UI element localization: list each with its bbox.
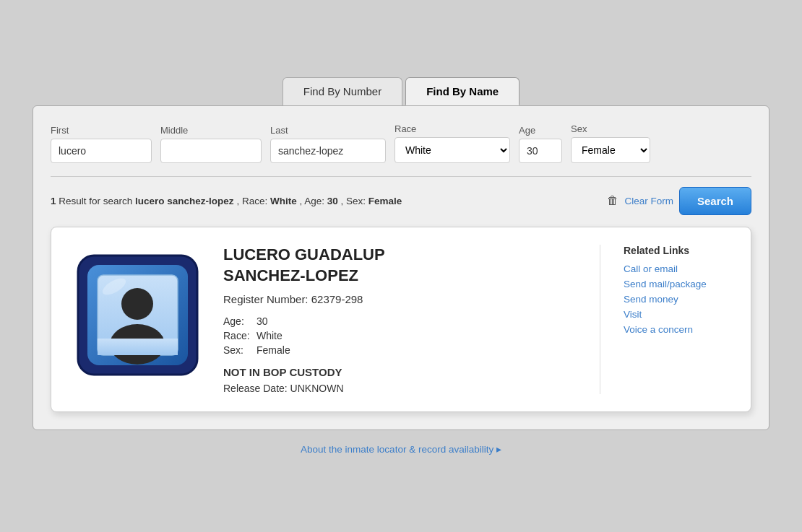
race-label: Race: [394, 123, 510, 134]
race-row: Race: White: [223, 330, 582, 341]
last-label: Last: [270, 125, 386, 136]
middle-field-group: Middle: [160, 125, 262, 163]
middle-input[interactable]: [160, 139, 262, 163]
related-link-send-money[interactable]: Send money: [624, 294, 733, 305]
related-links-title: Related Links: [624, 245, 733, 256]
sex-select[interactable]: Female Male Unknown: [571, 137, 650, 163]
related-link-visit[interactable]: Visit: [624, 309, 733, 320]
clear-form-button[interactable]: Clear Form: [624, 196, 673, 206]
last-field-group: Last: [270, 125, 386, 163]
main-panel: First Middle Last Race White Black Hispa…: [33, 105, 769, 430]
avatar-icon: [74, 252, 201, 378]
result-age-label: , Age:: [299, 196, 327, 206]
result-bar: 1 Result for search lucero sanchez-lopez…: [51, 187, 751, 215]
race-field-group: Race White Black Hispanic Asian American…: [394, 123, 510, 163]
trash-icon[interactable]: 🗑: [607, 194, 618, 207]
related-link-send-mail[interactable]: Send mail/package: [624, 279, 733, 289]
related-links-panel: Related Links Call or email Send mail/pa…: [618, 245, 733, 394]
result-race: White: [270, 196, 297, 206]
result-prefix: Result for search: [59, 196, 135, 206]
sex-label: Sex: [571, 123, 650, 134]
first-input[interactable]: [51, 139, 152, 163]
tab-find-by-number[interactable]: Find By Number: [283, 77, 402, 105]
tab-bar: Find By Number Find By Name: [33, 77, 769, 105]
last-input[interactable]: [270, 139, 386, 163]
footer-link[interactable]: About the inmate locator & record availa…: [301, 444, 501, 455]
related-link-voice-concern[interactable]: Voice a concern: [624, 324, 733, 335]
related-link-call-email[interactable]: Call or email: [624, 263, 733, 274]
svg-rect-5: [98, 339, 178, 355]
release-date: Release Date: UNKNOWN: [223, 383, 582, 394]
app-container: Find By Number Find By Name First Middle…: [18, 63, 784, 469]
inmate-name: LUCERO GUADALUP SANCHEZ-LOPEZ: [223, 245, 582, 286]
result-card: LUCERO GUADALUP SANCHEZ-LOPEZ Register N…: [51, 227, 751, 412]
result-name: lucero sanchez-lopez: [135, 196, 234, 206]
custody-status: NOT IN BOP CUSTODY: [223, 366, 582, 378]
age-input[interactable]: [519, 139, 562, 163]
age-row: Age: 30: [223, 315, 582, 327]
result-summary: 1 Result for search lucero sanchez-lopez…: [51, 196, 601, 206]
footer: About the inmate locator & record availa…: [33, 443, 769, 455]
age-field-group: Age: [519, 125, 562, 163]
avatar-section: [69, 245, 206, 394]
tab-find-by-name[interactable]: Find By Name: [405, 77, 519, 105]
result-count: 1: [51, 196, 56, 206]
age-label: Age: [519, 125, 562, 136]
middle-label: Middle: [160, 125, 262, 136]
inmate-info: LUCERO GUADALUP SANCHEZ-LOPEZ Register N…: [223, 245, 600, 394]
search-form: First Middle Last Race White Black Hispa…: [51, 123, 751, 163]
register-number: Register Number: 62379-298: [223, 293, 582, 305]
result-age: 30: [327, 196, 338, 206]
result-race-label: , Race:: [236, 196, 270, 206]
sex-field-group: Sex Female Male Unknown: [571, 123, 650, 163]
sex-row: Sex: Female: [223, 344, 582, 356]
race-select[interactable]: White Black Hispanic Asian American Indi…: [394, 137, 510, 163]
result-sex: Female: [368, 196, 402, 206]
result-sex-label: , Sex:: [341, 196, 368, 206]
first-label: First: [51, 125, 152, 136]
first-field-group: First: [51, 125, 152, 163]
search-button[interactable]: Search: [679, 187, 751, 215]
form-divider: [51, 176, 751, 177]
svg-point-3: [121, 288, 153, 320]
